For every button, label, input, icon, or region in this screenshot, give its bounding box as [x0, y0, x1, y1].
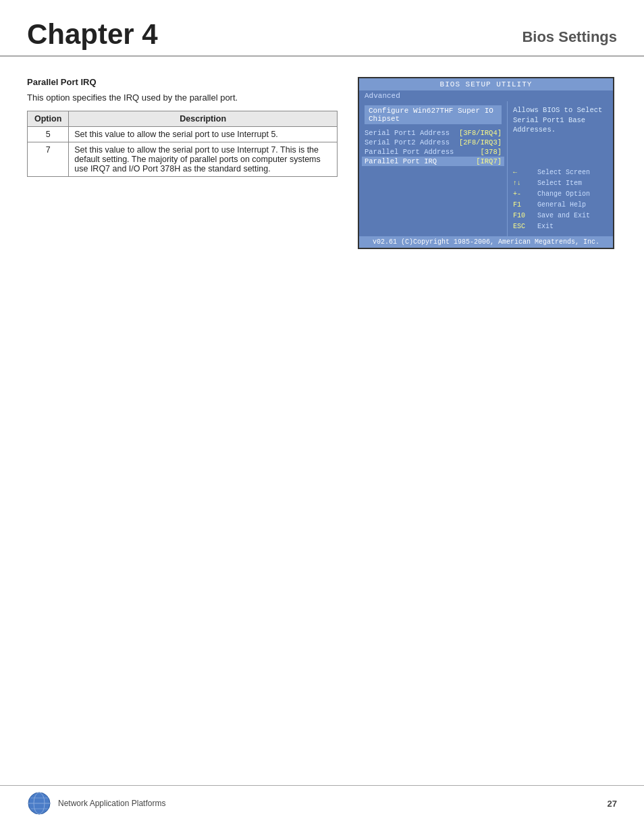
table-row: 7Set this value to allow the serial port…: [28, 142, 338, 177]
bios-nav-bar: Advanced: [359, 90, 613, 101]
footer-logo: Network Application Platforms: [27, 791, 165, 815]
bios-key-row: ↑↓Select Item: [513, 178, 608, 189]
bios-spacer: [513, 140, 608, 167]
bios-key: F1: [513, 200, 533, 211]
bios-row: Serial Port2 Address[2F8/IRQ3]: [365, 138, 502, 147]
bios-left-panel: Configure Win627THF Super IO Chipset Ser…: [359, 101, 508, 236]
option-description: Set this value to allow the serial port …: [69, 142, 338, 177]
bios-row-label: Serial Port2 Address: [365, 138, 450, 146]
bios-row[interactable]: Parallel Port IRQ[IRQ7]: [362, 157, 504, 166]
bios-key: ←: [513, 167, 533, 178]
bios-key-row: ESCExit: [513, 221, 608, 232]
bios-footer: v02.61 (C)Copyright 1985-2006, American …: [359, 236, 613, 248]
bios-row-label: Serial Port1 Address: [365, 129, 450, 137]
table-row: 5Set this value to allow the serial port…: [28, 127, 338, 142]
bios-key: F10: [513, 211, 533, 221]
bios-key-action: Exit: [537, 221, 554, 232]
bios-rows-container: Serial Port1 Address[3F8/IRQ4]Serial Por…: [365, 128, 502, 166]
bios-key-action: Change Option: [537, 189, 590, 200]
col-description: Description: [69, 111, 338, 127]
bios-key-action: General Help: [537, 200, 586, 211]
page-footer: Network Application Platforms 27: [0, 785, 644, 815]
bios-help-text: Allows BIOS to Select Serial Port1 Base …: [513, 105, 608, 135]
bios-row-value: [IRQ7]: [476, 157, 502, 165]
bios-key: ↑↓: [513, 178, 533, 189]
left-column: Parallel Port IRQ This option specifies …: [27, 77, 338, 249]
bios-key-action: Save and Exit: [537, 211, 590, 221]
bios-row-value: [3F8/IRQ4]: [459, 129, 502, 137]
option-value: 5: [28, 127, 69, 142]
bios-key-row: F10Save and Exit: [513, 211, 608, 221]
bios-key-row: ←Select Screen: [513, 167, 608, 178]
chapter-title: Chapter 4: [27, 20, 158, 49]
col-option: Option: [28, 111, 69, 127]
bios-key-row: +-Change Option: [513, 189, 608, 200]
bios-row: Serial Port1 Address[3F8/IRQ4]: [365, 128, 502, 138]
bios-screen: BIOS SETUP UTILITY Advanced Configure Wi…: [358, 77, 614, 249]
section-heading: Parallel Port IRQ: [27, 77, 338, 87]
content-area: Parallel Port IRQ This option specifies …: [0, 77, 644, 249]
bios-row-label: Parallel Port Address: [365, 148, 454, 156]
bios-key: +-: [513, 189, 533, 200]
bios-key-row: F1General Help: [513, 200, 608, 211]
globe-icon: [27, 791, 51, 815]
option-description: Set this value to allow the serial port …: [69, 127, 338, 142]
bios-keys-container: ←Select Screen↑↓Select Item+-Change Opti…: [513, 167, 608, 232]
bios-nav-item[interactable]: Advanced: [365, 92, 400, 100]
bios-row-value: [2F8/IRQ3]: [459, 138, 502, 146]
bios-body: Configure Win627THF Super IO Chipset Ser…: [359, 101, 613, 236]
footer-brand: Network Application Platforms: [58, 799, 165, 808]
bios-right-panel: Allows BIOS to Select Serial Port1 Base …: [508, 101, 613, 236]
section-desc: This option specifies the IRQ used by th…: [27, 92, 338, 103]
bios-key-action: Select Screen: [537, 167, 590, 178]
bios-row: Parallel Port Address[378]: [365, 147, 502, 157]
options-table: Option Description 5Set this value to al…: [27, 111, 338, 177]
bios-row-label: Parallel Port IRQ: [365, 157, 437, 165]
right-column: BIOS SETUP UTILITY Advanced Configure Wi…: [358, 77, 617, 249]
bios-key: ESC: [513, 221, 533, 232]
option-value: 7: [28, 142, 69, 177]
bios-section-header: Configure Win627THF Super IO Chipset: [365, 105, 502, 124]
section-title: Bios Settings: [522, 30, 617, 49]
footer-page-number: 27: [608, 799, 617, 809]
bios-row-value: [378]: [480, 148, 502, 156]
page-header: Chapter 4 Bios Settings: [0, 0, 644, 57]
bios-key-action: Select Item: [537, 178, 582, 189]
bios-title-bar: BIOS SETUP UTILITY: [359, 78, 613, 90]
